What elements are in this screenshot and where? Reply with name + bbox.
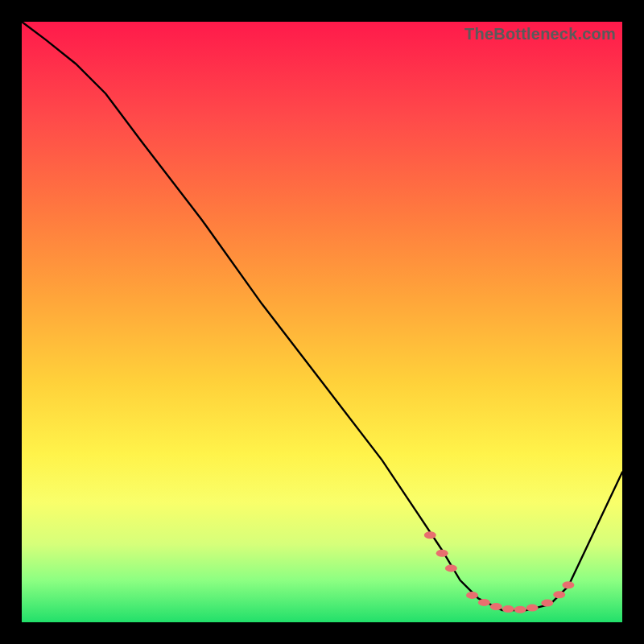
curve-marker [478, 599, 490, 606]
bottleneck-curve-path [22, 22, 622, 610]
curve-marker [424, 531, 436, 539]
curve-marker [553, 591, 565, 598]
curve-marker [445, 564, 457, 572]
curve-marker [502, 605, 514, 613]
curve-marker [490, 603, 502, 610]
curve-marker [436, 550, 448, 557]
chart-stage: TheBottleneck.com [0, 0, 644, 644]
curve-marker [514, 606, 526, 613]
curve-layer [22, 22, 622, 622]
curve-marker [466, 592, 478, 599]
curve-marker [562, 581, 574, 588]
marker-group [424, 531, 575, 613]
plot-area: TheBottleneck.com [22, 22, 622, 622]
curve-marker [541, 600, 553, 607]
curve-marker [526, 605, 539, 612]
